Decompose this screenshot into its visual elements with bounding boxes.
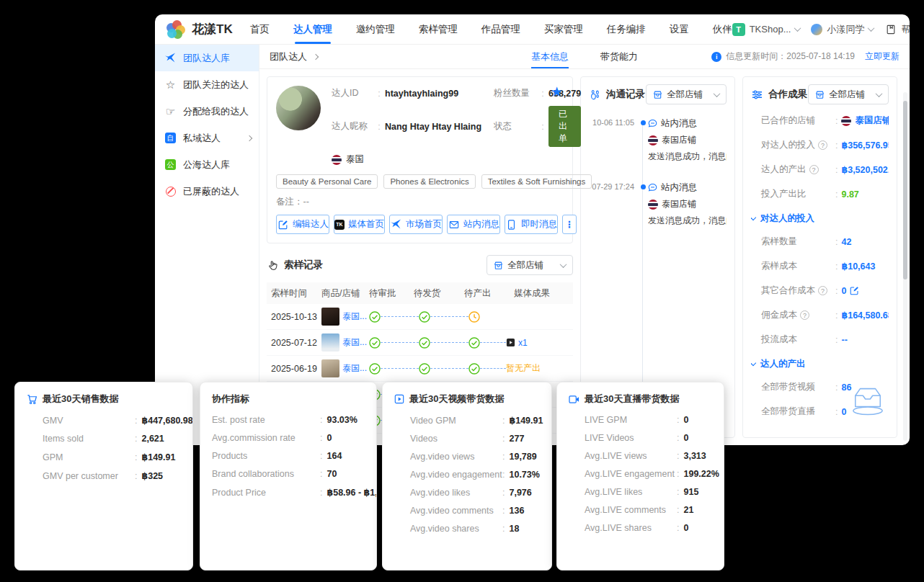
shop-filter-select[interactable]: 全部店铺 [487,255,573,275]
sidebar-item-label: 团队关注的达人 [183,79,249,91]
footprint-icon [589,89,601,100]
favorite-star-icon[interactable]: ★ [551,85,563,99]
nav-item-7[interactable]: 任务编排 [607,14,646,44]
status-badge: 已出单 [548,106,581,147]
stats-row: Avg.video comments:136 [394,506,541,516]
action-button-1[interactable]: 编辑达人 [276,215,329,234]
scrollbar-thumb[interactable] [903,101,907,279]
stats-card-3: 最近30天视频带货数据Video GPM:฿149.91Videos:277Av… [382,382,552,570]
stats-label: Brand collaborations [212,469,320,479]
message-preview: 发送消息成功，消息内... [648,215,727,227]
stats-row: Avg.commission rate:0 [212,433,366,443]
workspace-selector[interactable]: T TKShop... [732,23,801,36]
product-link[interactable]: 泰国... [342,362,368,375]
nav-item-4[interactable]: 索样管理 [419,14,458,44]
scrollbar-track[interactable] [903,92,907,441]
sidebar-item-6[interactable]: 已屏蔽的达人 [155,178,259,205]
nav-item-5[interactable]: 作品管理 [481,14,520,44]
section-toggle[interactable]: 对达人的投入 [751,212,889,225]
metric-value: 0 [841,407,846,417]
product-link[interactable]: 泰国... [342,336,368,349]
shop-icon [494,261,503,270]
nickname-label: 达人昵称 [332,120,373,133]
product-thumbnail [321,333,339,352]
user-menu[interactable]: 小漾同学 [811,23,874,36]
cooperation-panel: 合作成果 全部店铺 已合作的店铺:泰国店铺对达人的投入?:฿356,576.95… [742,76,897,438]
check-circle-icon [369,337,381,349]
action-button-5[interactable]: 即时消息 [505,215,558,234]
creator-id-value: htayhtayhlaing99 [385,89,458,99]
nav-item-3[interactable]: 邀约管理 [356,14,395,44]
action-button-4[interactable]: 站内消息 [447,215,500,234]
stats-value: 0 [683,415,688,425]
nav-item-1[interactable]: 首页 [250,14,270,44]
workspace-badge: T [732,23,745,36]
shop-filter-value: 全部店铺 [829,89,865,101]
category-tags: Beauty & Personal CarePhones & Electroni… [276,174,564,189]
stats-card-4: 最近30天直播带货数据LIVE GPM:0LIVE Videos:0Avg.LI… [556,382,724,570]
sample-table-header: 索样时间商品/店铺待审批待发货待产出媒体成果 [267,282,573,304]
breadcrumb[interactable]: 团队达人 [270,50,318,63]
sidebar-item-2[interactable]: ☆团队关注的达人 [155,71,259,98]
sidebar-item-4[interactable]: 自私域达人 [155,125,259,151]
metric-label: 全部带货视频 [761,381,835,393]
stats-value: 3,313 [683,451,706,461]
metric-label: 达人的产出? [761,164,835,176]
action-button-2[interactable]: TK媒体首页 [334,215,385,234]
user-name: 小漾同学 [827,23,864,36]
metric-value: -- [841,335,847,345]
nav-item-6[interactable]: 买家管理 [544,14,583,44]
category-tag: Textiles & Soft Furnishings [481,174,592,189]
sidebar-item-3[interactable]: ☞分配给我的达人 [155,98,259,125]
edit-pencil-icon[interactable] [850,286,859,295]
sidebar-item-5[interactable]: 公公海达人库 [155,151,259,178]
stats-row: Avg.LIVE engagement:199.22% [569,469,714,479]
update-now-link[interactable]: 立即更新 [865,50,899,63]
shop-filter-select[interactable]: 全部店铺 [646,84,727,104]
sample-date: 2025-07-12 [271,338,321,348]
tab-1[interactable]: 基本信息 [531,45,569,68]
message-preview: 发送消息成功，消息内... [648,151,727,163]
stats-value: ฿149.91 [509,415,543,426]
nickname-value: Nang Htay Htay Hlaing [385,122,481,132]
status-connector [430,316,468,317]
stats-label: Avg.LIVE engagement [585,469,677,479]
stats-value: 0 [683,433,688,443]
media-result: x1 [506,338,528,348]
metric-row: 投入产出比:9.87 [751,188,889,200]
stats-card-1: 最近30天销售数据GMV:฿447,680.98Items sold:2,621… [14,382,193,570]
section-title: 对达人的投入 [760,212,814,225]
cooperation-body: 已合作的店铺:泰国店铺对达人的投入?:฿356,576.95达人的产出?:฿3,… [751,115,889,430]
stats-label: GPM [43,452,135,462]
stats-card-title: 最近30天销售数据 [27,393,182,406]
sidebar-item-1[interactable]: 团队达人库 [155,45,259,71]
shop-filter-value: 全部店铺 [667,89,703,101]
nav-item-2[interactable]: 达人管理 [293,14,332,44]
sidebar-item-label: 分配给我的达人 [183,105,249,118]
check-circle-icon [419,311,430,323]
media-count[interactable]: x1 [518,338,528,348]
nav-item-8[interactable]: 设置 [670,14,689,44]
message-type-label: 站内消息 [661,117,697,130]
chevron-down-icon [751,215,756,220]
stats-label: LIVE GPM [585,415,677,425]
help-button[interactable]: 帮助 [884,23,910,36]
check-circle-icon [468,363,480,375]
thailand-flag-icon [648,135,658,146]
shop-filter-select[interactable]: 全部店铺 [808,84,889,104]
metric-row: 索样成本:฿10,643 [751,260,889,272]
tab-2[interactable]: 带货能力 [600,45,638,68]
stats-value: 70 [326,469,337,479]
top-navbar: 花漾TK 首页达人管理邀约管理索样管理作品管理买家管理任务编排设置伙伴 T TK… [155,14,910,45]
action-button-3[interactable]: 市场首页 [389,215,443,234]
topnav-right: T TKShop... 小漾同学 帮助 [732,23,910,36]
nav-item-9[interactable]: 伙伴 [713,14,732,44]
flower-logo-icon [166,20,185,39]
status-connector [381,342,419,343]
more-actions-button[interactable]: ⋮ [562,215,577,234]
product-link[interactable]: 泰国... [342,310,368,323]
section-toggle[interactable]: 达人的产出 [751,358,889,370]
product-cell: 泰国... [321,333,369,352]
stats-label: Avg.LIVE comments [585,505,677,515]
timeline-entry: 10-06 11:05站内消息泰国店铺发送消息成功，消息内... [589,117,727,163]
